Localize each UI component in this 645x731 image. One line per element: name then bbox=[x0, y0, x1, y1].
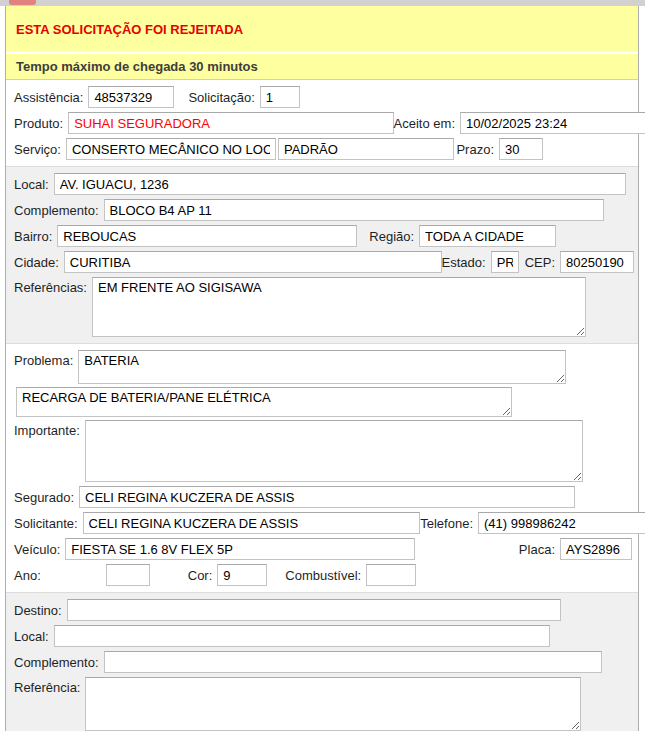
row-destino-referencia: Referência: bbox=[14, 677, 638, 731]
servico-input[interactable] bbox=[66, 138, 276, 160]
destino-referencia-textarea[interactable] bbox=[85, 677, 581, 731]
row-produto: Produto: Aceito em: bbox=[14, 111, 638, 135]
origem-referencias-textarea[interactable] bbox=[92, 277, 586, 337]
cor-input[interactable] bbox=[217, 564, 267, 586]
row-veiculo: Veículo: Placa: bbox=[14, 537, 638, 561]
origem-cep-label: CEP: bbox=[525, 255, 555, 270]
problema-textarea[interactable] bbox=[78, 350, 566, 384]
destino-referencia-label: Referência: bbox=[14, 677, 80, 695]
row-destino-local: Local: bbox=[14, 624, 638, 648]
clipped-red-button[interactable] bbox=[9, 0, 36, 5]
problema-descricao-textarea[interactable] bbox=[16, 387, 512, 417]
row-origem-cidade: Cidade: Estado: CEP: bbox=[14, 250, 638, 274]
destino-local-label: Local: bbox=[14, 629, 49, 644]
row-problema: Problema: bbox=[14, 350, 638, 384]
importante-label: Importante: bbox=[14, 420, 80, 438]
origem-cidade-input[interactable] bbox=[64, 251, 442, 273]
combustivel-input[interactable] bbox=[366, 564, 416, 586]
placa-label: Placa: bbox=[519, 542, 555, 557]
origem-bairro-label: Bairro: bbox=[14, 229, 52, 244]
origem-cep-input[interactable] bbox=[560, 251, 634, 273]
prazo-label: Prazo: bbox=[456, 142, 494, 157]
max-arrival-time-text: Tempo máximo de chegada 30 minutos bbox=[16, 59, 258, 74]
row-destino-complemento: Complemento: bbox=[14, 650, 638, 674]
ano-input[interactable] bbox=[106, 564, 150, 586]
servico-tipo-input[interactable] bbox=[278, 138, 454, 160]
top-window-bar bbox=[0, 0, 645, 6]
origem-cidade-label: Cidade: bbox=[14, 255, 59, 270]
section-problem-vehicle: Problema: Importante: Segurado: Solicita… bbox=[6, 344, 638, 592]
solicitante-input[interactable] bbox=[83, 512, 421, 534]
origem-estado-input[interactable] bbox=[491, 251, 519, 273]
destino-local-input[interactable] bbox=[54, 625, 550, 647]
combustivel-label: Combustível: bbox=[285, 568, 361, 583]
origem-estado-label: Estado: bbox=[442, 255, 486, 270]
origem-bairro-input[interactable] bbox=[57, 225, 357, 247]
origem-complemento-input[interactable] bbox=[104, 199, 604, 221]
assistencia-label: Assistência: bbox=[14, 90, 83, 105]
origem-complemento-label: Complemento: bbox=[14, 203, 99, 218]
veiculo-label: Veículo: bbox=[14, 542, 60, 557]
rejected-banner: ESTA SOLICITAÇÃO FOI REJEITADA bbox=[6, 6, 638, 54]
aceito-em-input[interactable] bbox=[460, 112, 645, 134]
row-assistencia: Assistência: Solicitação: bbox=[14, 85, 638, 109]
placa-input[interactable] bbox=[560, 538, 632, 560]
produto-label: Produto: bbox=[14, 116, 63, 131]
row-origem-referencias: Referências: bbox=[14, 277, 638, 337]
aceito-em-label: Aceito em: bbox=[394, 116, 455, 131]
row-servico: Serviço: Prazo: bbox=[14, 137, 638, 161]
problema-label: Problema: bbox=[14, 350, 73, 368]
destino-label: Destino: bbox=[14, 603, 62, 618]
telefone-label: Telefone: bbox=[420, 516, 473, 531]
assistencia-input[interactable] bbox=[88, 86, 174, 108]
origem-local-label: Local: bbox=[14, 177, 49, 192]
row-ano-cor-combustivel: Ano: Cor: Combustível: bbox=[14, 563, 638, 587]
row-problema-descricao bbox=[14, 387, 638, 417]
row-origem-bairro: Bairro: Região: bbox=[14, 224, 638, 248]
origem-referencias-label: Referências: bbox=[14, 277, 87, 295]
cor-label: Cor: bbox=[188, 568, 213, 583]
row-importante: Importante: bbox=[14, 420, 638, 482]
rejected-banner-text: ESTA SOLICITAÇÃO FOI REJEITADA bbox=[16, 22, 243, 37]
segurado-label: Segurado: bbox=[14, 490, 74, 505]
origem-regiao-input[interactable] bbox=[419, 225, 556, 247]
telefone-input[interactable] bbox=[478, 512, 645, 534]
destino-complemento-label: Complemento: bbox=[14, 655, 99, 670]
row-destino: Destino: bbox=[14, 598, 638, 622]
row-segurado: Segurado: bbox=[14, 485, 638, 509]
produto-input[interactable] bbox=[68, 112, 393, 134]
destino-input[interactable] bbox=[67, 599, 561, 621]
solicitacao-input[interactable] bbox=[260, 86, 300, 108]
solicitante-label: Solicitante: bbox=[14, 516, 78, 531]
veiculo-input[interactable] bbox=[65, 538, 415, 560]
origem-regiao-label: Região: bbox=[369, 229, 414, 244]
service-request-form: ESTA SOLICITAÇÃO FOI REJEITADA Tempo máx… bbox=[5, 6, 639, 731]
solicitacao-label: Solicitação: bbox=[188, 90, 254, 105]
row-origem-local: Local: bbox=[14, 172, 638, 196]
section-destination: Destino: Local: Complemento: Referência:… bbox=[6, 592, 638, 731]
origem-local-input[interactable] bbox=[54, 173, 626, 195]
importante-textarea[interactable] bbox=[85, 420, 583, 482]
prazo-input[interactable] bbox=[499, 138, 543, 160]
ano-label: Ano: bbox=[14, 568, 41, 583]
row-origem-complemento: Complemento: bbox=[14, 198, 638, 222]
destino-complemento-input[interactable] bbox=[104, 651, 602, 673]
segurado-input[interactable] bbox=[79, 486, 575, 508]
row-solicitante: Solicitante: Telefone: bbox=[14, 511, 638, 535]
max-arrival-time-banner: Tempo máximo de chegada 30 minutos bbox=[6, 54, 638, 80]
servico-label: Serviço: bbox=[14, 142, 61, 157]
section-origin-location: Local: Complemento: Bairro: Região: Cida… bbox=[6, 166, 638, 344]
section-service: Assistência: Solicitação: Produto: Aceit… bbox=[6, 80, 638, 166]
